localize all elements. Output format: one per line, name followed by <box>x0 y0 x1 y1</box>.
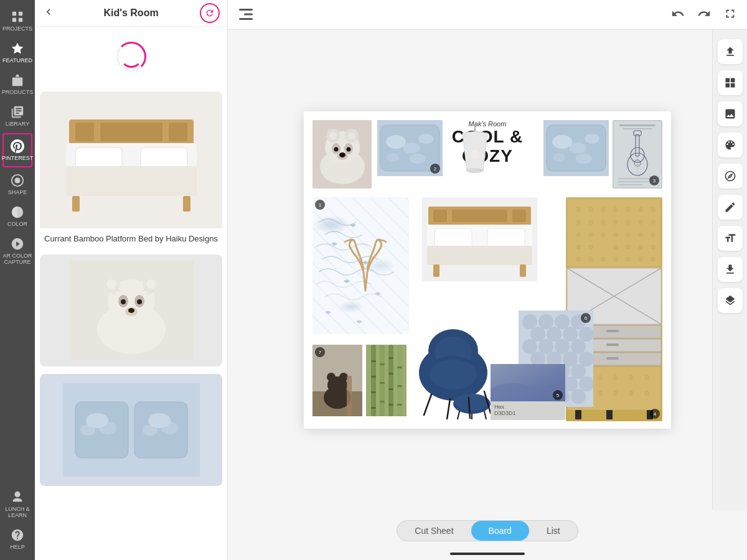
sidebar-toggle-button[interactable] <box>238 7 258 22</box>
bamboo-svg <box>366 345 406 416</box>
product-card-bed[interactable]: Currant Bamboo Platform Bed by Haiku Des… <box>40 91 222 247</box>
item-badge-5: 5 <box>553 390 563 400</box>
svg-rect-224 <box>397 366 402 368</box>
svg-point-42 <box>161 422 179 434</box>
svg-rect-214 <box>380 345 385 416</box>
compass-button[interactable] <box>718 164 743 189</box>
svg-rect-10 <box>100 123 162 141</box>
moodboard-guitar-patent[interactable]: 3 <box>613 120 662 189</box>
svg-rect-16 <box>72 196 80 212</box>
svg-rect-216 <box>380 382 385 384</box>
svg-point-104 <box>613 207 618 212</box>
refresh-button[interactable] <box>200 3 220 23</box>
svg-point-183 <box>555 339 570 354</box>
sidebar-item-products[interactable]: PRODUCTS <box>0 68 35 100</box>
product-card-pillow[interactable] <box>40 374 222 486</box>
sidebar-item-featured[interactable]: FEATURED <box>0 37 35 68</box>
svg-rect-215 <box>380 363 385 365</box>
moodboard-polar-bear[interactable] <box>312 120 372 189</box>
tab-cut-sheet[interactable]: Cut Sheet <box>397 521 471 541</box>
moodboard-pillow-right[interactable] <box>543 120 609 176</box>
download-button[interactable] <box>718 257 743 282</box>
moodboard-lamp[interactable] <box>453 124 497 186</box>
svg-point-200 <box>571 389 586 404</box>
svg-point-73 <box>569 142 586 154</box>
sidebar-item-ar-color[interactable]: AR COLOR CAPTURE <box>0 232 35 270</box>
svg-point-116 <box>588 232 593 237</box>
svg-rect-87 <box>618 181 649 182</box>
share-button[interactable] <box>718 39 743 64</box>
back-button[interactable] <box>42 6 55 21</box>
grid-view-button[interactable] <box>718 70 743 95</box>
moodboard-bed[interactable] <box>422 197 537 281</box>
svg-point-30 <box>128 308 134 313</box>
item-badge-2: 2 <box>430 164 440 174</box>
item-badge-1: 1 <box>315 200 325 210</box>
redo-button[interactable] <box>697 7 711 23</box>
svg-point-65 <box>387 153 399 162</box>
sidebar-item-help[interactable]: HELP <box>0 523 35 555</box>
sidebar-item-shape[interactable]: SHAPE <box>0 169 35 200</box>
panel: Kid's Room <box>35 0 228 560</box>
svg-rect-221 <box>388 388 393 390</box>
sidebar-item-library[interactable]: LIBRARY <box>0 100 35 132</box>
pillow-illustration <box>63 383 200 477</box>
moodboard-pillow-left[interactable]: 2 <box>377 120 443 176</box>
svg-point-206 <box>339 373 348 381</box>
svg-point-59 <box>339 152 345 157</box>
svg-point-124 <box>613 245 618 250</box>
sidebar-item-lunch-label: LUNCH & LEARN <box>2 506 32 518</box>
svg-point-103 <box>601 207 606 212</box>
item-badge-6: 6 <box>581 313 591 323</box>
svg-rect-141 <box>606 330 619 332</box>
svg-point-125 <box>626 245 631 250</box>
svg-marker-4 <box>12 43 23 54</box>
moodboard-swatch[interactable]: Hex D3D3D1 5 <box>491 364 565 420</box>
color-palette-button[interactable] <box>718 133 743 157</box>
sidebar-item-projects[interactable]: PROJECTS <box>0 5 35 37</box>
sidebar-item-color-label: COLOR <box>7 221 27 227</box>
sidebar-item-lunch-learn[interactable]: LUNCH & LEARN <box>0 485 35 523</box>
tab-board[interactable]: Board <box>471 521 529 541</box>
expand-button[interactable] <box>723 7 737 23</box>
svg-point-75 <box>553 153 565 162</box>
undo-button[interactable] <box>671 7 685 23</box>
sidebar-item-pinterest[interactable]: PINTEREST <box>2 133 32 167</box>
svg-point-188 <box>579 352 593 366</box>
svg-point-101 <box>576 207 581 212</box>
tab-list[interactable]: List <box>529 521 578 541</box>
chair-svg <box>413 317 503 419</box>
svg-point-109 <box>588 220 593 225</box>
moodboard-chair[interactable] <box>413 317 503 419</box>
svg-point-182 <box>538 339 553 354</box>
svg-rect-210 <box>371 360 376 362</box>
moodboard-bear-small[interactable]: 7 <box>312 345 362 416</box>
moodboard-wallpaper[interactable]: 1 <box>312 197 409 334</box>
svg-rect-15 <box>66 166 197 196</box>
svg-point-118 <box>613 232 618 237</box>
text-button[interactable] <box>718 226 743 251</box>
moodboard: Mak's Room COOL & COZY <box>304 111 671 429</box>
swatch-hex-label: Hex <box>494 404 504 410</box>
svg-point-74 <box>585 134 599 144</box>
moodboard-bamboo[interactable] <box>366 345 406 416</box>
sidebar-item-products-label: PRODUCTS <box>2 89 34 95</box>
svg-point-181 <box>522 339 537 354</box>
svg-point-177 <box>530 327 545 342</box>
svg-point-175 <box>555 314 570 329</box>
swatch-hex-value: D3D3D1 <box>494 410 516 416</box>
svg-point-120 <box>638 232 643 237</box>
item-badge-3: 3 <box>649 175 659 185</box>
svg-point-52 <box>329 132 337 139</box>
svg-point-123 <box>588 245 593 250</box>
draw-button[interactable] <box>718 195 743 220</box>
svg-point-76 <box>576 154 592 164</box>
svg-rect-92 <box>452 210 507 222</box>
sidebar: PROJECTS FEATURED PRODUCTS LIBRARY PINTE… <box>0 0 35 560</box>
sidebar-item-color[interactable]: COLOR <box>0 200 35 232</box>
layers-button[interactable] <box>718 288 743 313</box>
svg-point-132 <box>626 257 631 262</box>
product-card-bear[interactable] <box>40 254 222 366</box>
svg-point-126 <box>638 245 643 250</box>
image-button[interactable] <box>718 101 743 126</box>
